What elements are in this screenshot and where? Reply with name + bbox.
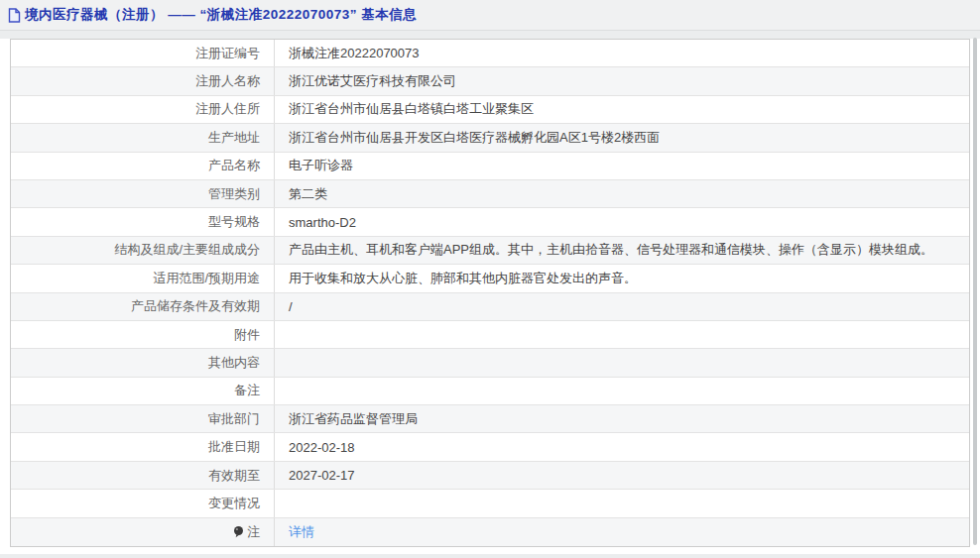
table-row: 附件 bbox=[11, 321, 969, 349]
page-header: 境内医疗器械（注册） —— “浙械注准20222070073” 基本信息 bbox=[0, 0, 980, 31]
row-label: 产品储存条件及有效期 bbox=[11, 293, 275, 320]
row-label: 备注 bbox=[11, 378, 275, 404]
row-value: 产品由主机、耳机和客户端APP组成。其中，主机由拾音器、信号处理器和通信模块、操… bbox=[275, 237, 969, 264]
content-area: 注册证编号 浙械注准20222070073 注册人名称 浙江优诺艾医疗科技有限公… bbox=[0, 39, 980, 554]
table-row: 注册人住所 浙江省台州市仙居县白塔镇白塔工业聚集区 bbox=[11, 96, 969, 124]
row-label: 管理类别 bbox=[11, 180, 275, 207]
row-label: 附件 bbox=[11, 321, 275, 348]
table-row: 有效期至 2027-02-17 bbox=[11, 462, 969, 490]
table-row: 适用范围/预期用途 用于收集和放大从心脏、肺部和其他内脏器官处发出的声音。 bbox=[11, 265, 969, 292]
row-label-text: 注 bbox=[247, 523, 260, 541]
row-label: 型号规格 bbox=[11, 208, 275, 235]
row-value: 2027-02-17 bbox=[275, 462, 969, 489]
row-value: 浙江省台州市仙居县开发区白塔医疗器械孵化园A区1号楼2楼西面 bbox=[275, 124, 969, 151]
details-link[interactable]: 详情 bbox=[289, 523, 314, 541]
page-title: 境内医疗器械（注册） —— “浙械注准20222070073” 基本信息 bbox=[25, 6, 417, 24]
row-value: 用于收集和放大从心脏、肺部和其他内脏器官处发出的声音。 bbox=[275, 265, 969, 291]
row-label: 生产地址 bbox=[11, 124, 275, 151]
table-row: 批准日期 2022-02-18 bbox=[11, 433, 969, 461]
row-value bbox=[275, 349, 969, 376]
row-value: 2022-02-18 bbox=[275, 433, 969, 460]
row-value: 第二类 bbox=[275, 180, 969, 207]
table-row: 注 详情 bbox=[11, 518, 969, 546]
row-value: 浙械注准20222070073 bbox=[275, 40, 969, 66]
table-row: 变更情况 bbox=[11, 490, 969, 517]
row-value: / bbox=[275, 293, 969, 320]
row-value bbox=[275, 321, 969, 348]
table-row: 管理类别 第二类 bbox=[11, 180, 969, 208]
table-row: 注册人名称 浙江优诺艾医疗科技有限公司 bbox=[11, 67, 969, 95]
note-balloon-icon bbox=[233, 525, 244, 538]
row-label: 结构及组成/主要组成成分 bbox=[11, 237, 275, 264]
table-row: 审批部门 浙江省药品监督管理局 bbox=[11, 405, 969, 433]
table-row: 型号规格 smartho-D2 bbox=[11, 208, 969, 236]
row-value: 浙江优诺艾医疗科技有限公司 bbox=[275, 67, 969, 94]
row-value bbox=[275, 378, 969, 404]
row-label: 注 bbox=[11, 518, 275, 546]
row-value: 浙江省台州市仙居县白塔镇白塔工业聚集区 bbox=[275, 96, 969, 123]
table-row: 备注 bbox=[11, 378, 969, 405]
row-label: 注册证编号 bbox=[11, 40, 275, 66]
row-value: 电子听诊器 bbox=[275, 153, 969, 179]
table-row: 产品储存条件及有效期 / bbox=[11, 293, 969, 321]
table-row: 其他内容 bbox=[11, 349, 969, 377]
table-row: 产品名称 电子听诊器 bbox=[11, 153, 969, 180]
row-label: 其他内容 bbox=[11, 349, 275, 376]
table-row: 结构及组成/主要组成成分 产品由主机、耳机和客户端APP组成。其中，主机由拾音器… bbox=[11, 237, 969, 265]
row-value: smartho-D2 bbox=[275, 208, 969, 235]
scrollbar[interactable] bbox=[973, 38, 977, 545]
row-value: 详情 bbox=[275, 518, 969, 546]
row-label: 变更情况 bbox=[11, 490, 275, 516]
row-value: 浙江省药品监督管理局 bbox=[275, 405, 969, 432]
row-label: 产品名称 bbox=[11, 153, 275, 179]
row-label: 注册人住所 bbox=[11, 96, 275, 123]
table-row: 生产地址 浙江省台州市仙居县开发区白塔医疗器械孵化园A区1号楼2楼西面 bbox=[11, 124, 969, 152]
table-row: 注册证编号 浙械注准20222070073 bbox=[11, 40, 969, 67]
row-label: 批准日期 bbox=[11, 433, 275, 460]
registration-info-table: 注册证编号 浙械注准20222070073 注册人名称 浙江优诺艾医疗科技有限公… bbox=[10, 39, 970, 547]
row-label: 适用范围/预期用途 bbox=[11, 265, 275, 291]
row-label: 审批部门 bbox=[11, 405, 275, 432]
document-icon bbox=[8, 8, 21, 23]
row-label: 有效期至 bbox=[11, 462, 275, 489]
row-value bbox=[275, 490, 969, 516]
row-label: 注册人名称 bbox=[11, 67, 275, 94]
